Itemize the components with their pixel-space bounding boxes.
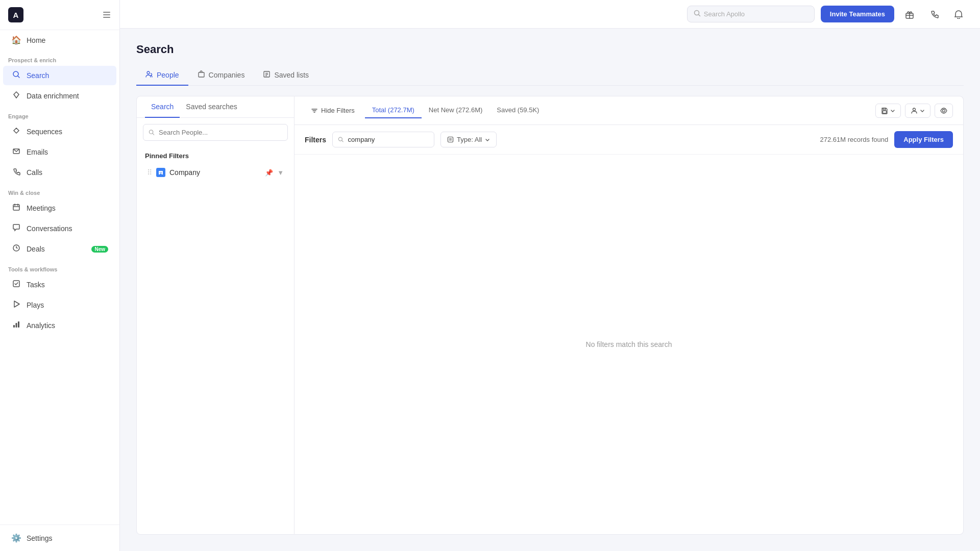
sidebar-sequences-label: Sequences — [27, 128, 62, 136]
filter-search-inline[interactable] — [332, 132, 434, 147]
svg-rect-31 — [160, 173, 162, 174]
apply-filters-button[interactable]: Apply Filters — [894, 131, 953, 148]
sidebar-item-meetings[interactable]: Meetings — [3, 198, 116, 218]
company-filter-icon — [156, 168, 165, 177]
page-title: Search — [136, 43, 964, 56]
section-label-prospect: Prospect & enrich — [0, 50, 119, 65]
analytics-icon — [11, 320, 21, 331]
sidebar-item-conversations[interactable]: Conversations — [3, 219, 116, 238]
svg-rect-32 — [883, 108, 886, 110]
main-tabs: People Companies Saved lists — [136, 65, 964, 86]
results-tabs: Total (272.7M) Net New (272.6M) Saved (5… — [365, 103, 875, 118]
sidebar-search-label: Search — [27, 71, 49, 80]
conversations-icon — [11, 223, 21, 234]
svg-rect-21 — [199, 72, 204, 77]
filter-panel-tabs: Search Saved searches — [137, 96, 294, 118]
hide-filters-button[interactable]: Hide Filters — [305, 103, 361, 118]
sequences-icon — [11, 127, 21, 137]
type-select[interactable]: Type: All — [440, 132, 497, 147]
svg-marker-5 — [14, 92, 19, 98]
results-panel: Hide Filters Total (272.7M) Net New (272… — [295, 96, 964, 535]
svg-marker-13 — [14, 301, 19, 307]
filters-label: Filters — [305, 136, 326, 144]
tab-people[interactable]: People — [136, 65, 188, 86]
results-tab-saved[interactable]: Saved (59.5K) — [489, 103, 546, 118]
svg-rect-16 — [18, 321, 19, 328]
filter-pin-icon: 📌 — [265, 169, 273, 177]
results-empty-message: No filters match this search — [295, 155, 963, 534]
section-label-engage: Engage — [0, 106, 119, 121]
gift-icon[interactable] — [900, 5, 919, 23]
section-label-win: Win & close — [0, 183, 119, 198]
svg-rect-7 — [13, 205, 19, 210]
sidebar-tasks-label: Tasks — [27, 281, 45, 289]
sidebar-home-label: Home — [27, 36, 45, 44]
filter-search-field[interactable] — [348, 136, 429, 143]
sidebar-item-tasks[interactable]: Tasks — [3, 275, 116, 294]
sidebar-item-home[interactable]: 🏠 Home — [3, 31, 116, 49]
sidebar-item-sequences[interactable]: Sequences — [3, 122, 116, 141]
logo[interactable]: A — [8, 7, 23, 22]
tab-companies[interactable]: Companies — [188, 65, 254, 86]
bell-icon[interactable] — [949, 5, 968, 23]
svg-point-35 — [943, 109, 945, 112]
sidebar-collapse-button[interactable] — [102, 10, 111, 19]
svg-rect-14 — [13, 325, 15, 328]
filter-row-company[interactable]: ⠿ Company 📌 ▼ — [141, 164, 290, 181]
tab-saved-lists[interactable]: Saved lists — [254, 65, 318, 86]
svg-point-34 — [913, 108, 916, 111]
person-action-button[interactable] — [905, 104, 930, 118]
results-tab-total[interactable]: Total (272.7M) — [365, 103, 422, 118]
svg-line-18 — [698, 15, 700, 16]
sidebar-item-calls[interactable]: Calls — [3, 163, 116, 182]
svg-rect-30 — [161, 172, 162, 173]
save-action-button[interactable] — [875, 104, 901, 118]
view-action-button[interactable] — [935, 104, 953, 118]
section-label-tools: Tools & workflows — [0, 259, 119, 274]
filter-panel: Search Saved searches Pinned Filters ⠿ C… — [136, 96, 295, 535]
svg-line-37 — [342, 140, 344, 142]
sidebar-conversations-label: Conversations — [27, 224, 72, 233]
search-icon — [11, 70, 21, 81]
records-found-label: 272.61M records found — [820, 136, 889, 143]
tab-saved-lists-label: Saved lists — [274, 71, 309, 79]
search-icon — [694, 10, 701, 18]
global-search[interactable]: Search Apollo — [687, 6, 815, 22]
sidebar-meetings-label: Meetings — [27, 204, 56, 212]
plays-icon — [11, 300, 21, 310]
sidebar-enrichment-label: Data enrichment — [27, 92, 79, 100]
tab-people-label: People — [157, 71, 179, 79]
invite-teammates-button[interactable]: Invite Teammates — [821, 6, 894, 22]
sidebar-item-deals[interactable]: Deals New — [3, 239, 116, 259]
sidebar-plays-label: Plays — [27, 301, 44, 309]
people-search-input[interactable] — [159, 129, 282, 136]
sidebar-calls-label: Calls — [27, 168, 42, 177]
tasks-icon — [11, 280, 21, 290]
svg-rect-33 — [883, 111, 887, 113]
pinned-filters-label: Pinned Filters — [137, 147, 294, 163]
tab-companies-label: Companies — [209, 71, 245, 79]
people-search-box[interactable] — [143, 124, 288, 141]
filter-tab-search[interactable]: Search — [145, 96, 180, 118]
sidebar-item-emails[interactable]: Emails — [3, 142, 116, 162]
calls-icon — [11, 167, 21, 178]
meetings-icon — [11, 203, 21, 213]
phone-icon[interactable] — [925, 5, 943, 23]
sidebar-item-search[interactable]: Search — [3, 66, 116, 85]
svg-rect-2 — [103, 17, 110, 18]
hide-filters-label: Hide Filters — [321, 107, 355, 114]
sidebar-item-data-enrichment[interactable]: Data enrichment — [3, 86, 116, 106]
filter-chevron-icon: ▼ — [277, 169, 284, 177]
sidebar-header: A — [0, 0, 119, 30]
top-navigation: Search Apollo Invite Teammates — [120, 0, 980, 29]
sidebar-item-settings[interactable]: ⚙️ Settings — [3, 529, 116, 547]
svg-rect-38 — [448, 137, 453, 142]
sidebar-analytics-label: Analytics — [27, 321, 55, 330]
sidebar-item-plays[interactable]: Plays — [3, 295, 116, 315]
search-apollo-text: Search Apollo — [704, 10, 745, 18]
type-select-label: Type: All — [457, 136, 482, 143]
svg-rect-0 — [103, 12, 110, 13]
sidebar-item-analytics[interactable]: Analytics — [3, 316, 116, 335]
results-tab-net-new[interactable]: Net New (272.6M) — [422, 103, 489, 118]
filter-tab-saved-searches[interactable]: Saved searches — [180, 96, 243, 118]
